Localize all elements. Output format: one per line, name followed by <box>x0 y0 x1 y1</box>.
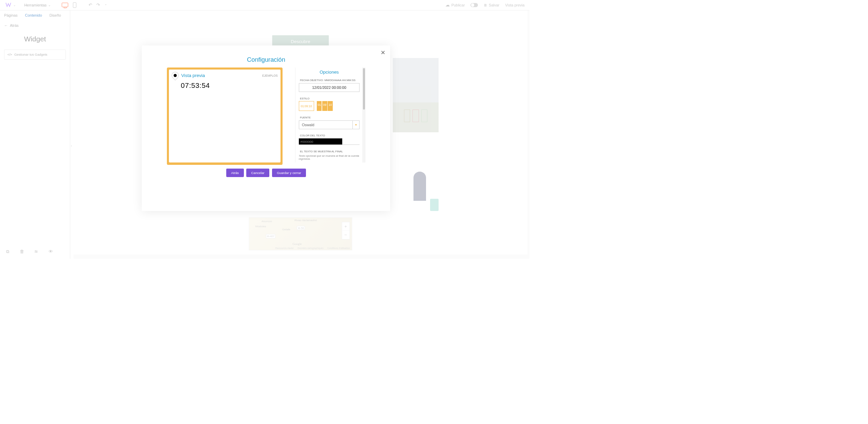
tab-content[interactable]: Contenido <box>25 13 42 17</box>
font-group: FUENTE Oswald ▼ <box>299 116 360 129</box>
style-block: 10 <box>328 101 332 111</box>
code-icon: </> <box>7 53 12 56</box>
left-panel-footer: ⧉ 🗑 ≋ 👁 <box>0 245 70 258</box>
save-action[interactable]: 🗎 Salvar <box>484 3 499 7</box>
color-hex-input[interactable] <box>299 138 360 144</box>
text-color-label: COLOR DEL TEXTO <box>299 134 360 137</box>
arrow-left-icon: ← <box>4 23 8 27</box>
publish-toggle[interactable] <box>470 3 478 7</box>
save-label: Salvar <box>489 3 499 7</box>
modal-overlay: ✕ Configuración Vista previa EJEMPLOS 07… <box>74 11 529 259</box>
preview-header: Vista previa EJEMPLOS <box>169 70 281 81</box>
color-input-row <box>299 138 360 145</box>
font-select-value: Oswald <box>299 121 352 129</box>
examples-link[interactable]: EJEMPLOS <box>262 74 278 77</box>
options-scrollbar-thumb[interactable] <box>363 68 365 110</box>
modal-buttons: Atrás Cancelar Guardar y cerrar <box>142 169 390 177</box>
left-tabs: Páginas Contenido Diseño <box>0 11 70 20</box>
options-panel: Opciones FECHA OBJETIVO: MM/DD/AAAA HH:M… <box>295 68 365 163</box>
dropdown-arrow-icon: ▼ <box>352 121 360 129</box>
device-switcher <box>61 1 78 9</box>
visibility-icon[interactable]: 👁 <box>49 249 53 254</box>
top-toolbar: ⌄ Herramientas ⌄ ↶ ↷ ⌄ ☁ Publicar 🗎 Salv… <box>0 0 529 11</box>
mobile-view-button[interactable] <box>71 1 78 9</box>
logo-dropdown-icon[interactable]: ⌄ <box>13 3 16 7</box>
cloud-upload-icon: ☁ <box>445 2 450 7</box>
left-panel: Páginas Contenido Diseño ← Atrás Widget … <box>0 11 70 259</box>
countdown-display: 07:53:54 <box>169 81 281 90</box>
back-link[interactable]: ← Atrás <box>0 20 70 31</box>
save-close-button[interactable]: Guardar y cerrar <box>272 169 306 177</box>
preview-panel: Vista previa EJEMPLOS 07:53:54 <box>167 68 283 165</box>
close-icon[interactable]: ✕ <box>380 50 386 56</box>
font-select[interactable]: Oswald ▼ <box>299 120 360 129</box>
tools-label: Herramientas <box>24 3 46 7</box>
history-dropdown-icon[interactable]: ⌄ <box>104 2 107 7</box>
undo-redo-group: ↶ ↷ ⌄ <box>89 2 107 7</box>
modal-title: Configuración <box>142 45 390 68</box>
back-button[interactable]: Atrás <box>226 169 244 177</box>
cancel-button[interactable]: Cancelar <box>246 169 269 177</box>
target-date-input[interactable] <box>299 83 360 92</box>
toolbar-right-actions: ☁ Publicar 🗎 Salvar Vista previa <box>445 2 525 7</box>
tab-pages[interactable]: Páginas <box>4 13 18 17</box>
panel-collapse-handle[interactable]: ‹ <box>70 141 72 151</box>
options-scrollbar-track[interactable] <box>362 68 365 163</box>
desktop-view-button[interactable] <box>61 1 69 9</box>
style-option-plain[interactable]: 01:09:10 <box>299 101 314 111</box>
publish-label: Publicar <box>451 3 465 7</box>
back-label: Atrás <box>10 23 19 27</box>
target-date-label: FECHA OBJETIVO: MM/DD/AAAA HH:MM:SS <box>299 79 360 82</box>
preview-link[interactable]: Vista previa <box>505 3 524 7</box>
style-group: ESTILO 01:09:10 01 09 10 <box>299 97 360 111</box>
preview-inner: Vista previa EJEMPLOS 07:53:54 <box>169 70 281 163</box>
layers-icon[interactable]: ≋ <box>34 249 38 254</box>
end-text-hint: Texto opcional que se muestra al final d… <box>299 154 360 160</box>
font-label: FUENTE <box>299 116 360 119</box>
style-block: 01 <box>317 101 322 111</box>
tools-menu[interactable]: Herramientas ⌄ <box>24 3 51 7</box>
undo-icon[interactable]: ↶ <box>89 2 92 7</box>
end-text-label: EL TEXTO SE MUESTRA AL FINAL <box>299 150 360 153</box>
options-scroll-area: Opciones FECHA OBJETIVO: MM/DD/AAAA HH:M… <box>295 68 365 162</box>
target-date-group: FECHA OBJETIVO: MM/DD/AAAA HH:MM:SS <box>299 79 360 92</box>
panel-title: Widget <box>0 35 70 43</box>
duplicate-icon[interactable]: ⧉ <box>6 249 9 254</box>
chevron-down-icon: ⌄ <box>48 3 51 7</box>
manage-gadgets-label: Gestionar tus Gadgets <box>14 53 47 56</box>
style-option-blocks[interactable]: 01 09 10 <box>317 101 333 111</box>
text-color-group: COLOR DEL TEXTO <box>299 134 360 145</box>
save-icon: 🗎 <box>484 3 487 7</box>
options-title: Opciones <box>299 70 360 75</box>
config-modal: ✕ Configuración Vista previa EJEMPLOS 07… <box>142 45 390 211</box>
redo-icon[interactable]: ↷ <box>96 2 100 7</box>
manage-gadgets-button[interactable]: </> Gestionar tus Gadgets <box>4 50 66 60</box>
pin-icon <box>170 71 180 80</box>
style-block: 09 <box>322 101 327 111</box>
modal-body: Vista previa EJEMPLOS 07:53:54 Opciones … <box>142 68 390 165</box>
style-options: 01:09:10 01 09 10 <box>299 101 360 111</box>
style-label: ESTILO <box>299 97 360 100</box>
logo-icon[interactable] <box>5 2 12 8</box>
trash-icon[interactable]: 🗑 <box>20 249 24 254</box>
preview-label: Vista previa <box>181 73 205 78</box>
end-text-group: EL TEXTO SE MUESTRA AL FINAL Texto opcio… <box>299 150 360 160</box>
tab-design[interactable]: Diseño <box>50 13 61 17</box>
publish-action[interactable]: ☁ Publicar <box>445 2 465 7</box>
